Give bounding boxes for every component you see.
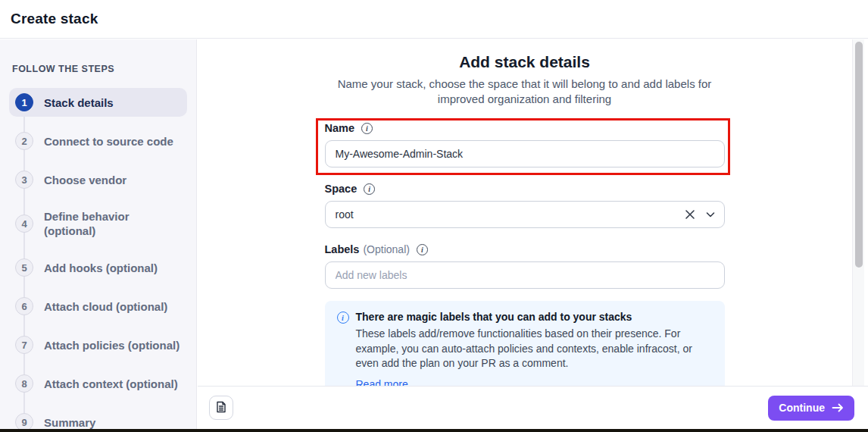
page-title: Create stack — [11, 11, 98, 27]
step-number-badge: 7 — [15, 336, 33, 354]
step-number-badge: 5 — [15, 258, 33, 277]
stack-details-panel: Add stack details Name your stack, choos… — [198, 39, 868, 386]
sidebar-step-attach-context[interactable]: 8 Attach context (optional) — [9, 369, 187, 398]
info-icon[interactable]: i — [417, 244, 428, 255]
sidebar-step-attach-cloud[interactable]: 6 Attach cloud (optional) — [9, 292, 187, 321]
step-label: Summary — [44, 415, 95, 430]
scrollbar-track[interactable] — [852, 39, 864, 386]
step-number-badge: 1 — [15, 93, 33, 111]
name-label: Name — [325, 122, 355, 134]
sidebar-step-attach-policies[interactable]: 7 Attach policies (optional) — [9, 330, 187, 359]
step-number-badge: 3 — [15, 171, 33, 189]
clear-x-icon[interactable] — [685, 209, 695, 220]
step-label: Attach context (optional) — [44, 377, 178, 391]
step-number-badge: 4 — [15, 214, 33, 233]
labels-field-group: Labels (Optional) i — [325, 243, 725, 289]
info-icon[interactable]: i — [361, 123, 373, 134]
section-subtitle: Name your stack, choose the space that i… — [325, 77, 725, 107]
arrow-right-icon — [832, 402, 844, 413]
step-label: Stack details — [44, 95, 114, 110]
step-label: Choose vendor — [44, 173, 126, 187]
space-field-group: Space i — [325, 183, 725, 228]
space-label: Space — [325, 183, 358, 195]
info-circle-icon: i — [337, 311, 349, 324]
sidebar-step-choose-vendor[interactable]: 3 Choose vendor — [9, 165, 187, 194]
continue-button[interactable]: Continue — [768, 396, 854, 421]
step-number-badge: 6 — [15, 297, 33, 315]
step-label: Define behavior (optional) — [44, 209, 181, 238]
name-input[interactable] — [325, 140, 725, 167]
step-label: Add hooks (optional) — [44, 261, 158, 275]
footer-bar: Continue — [198, 386, 868, 429]
step-label: Attach policies (optional) — [44, 338, 180, 352]
scrollbar-thumb[interactable] — [855, 42, 863, 268]
screenshot-edge-strip — [0, 429, 868, 432]
step-number-badge: 8 — [15, 374, 33, 393]
labels-input[interactable] — [325, 261, 725, 289]
name-field-group: Name i — [325, 122, 725, 167]
modal-header: Create stack — [0, 0, 868, 39]
section-title: Add stack details — [325, 53, 725, 71]
step-number-badge: 2 — [15, 132, 33, 150]
info-box-title: There are magic labels that you can add … — [356, 311, 713, 323]
continue-button-label: Continue — [779, 402, 825, 414]
space-select[interactable] — [325, 201, 725, 228]
documentation-button[interactable] — [209, 396, 233, 420]
labels-optional-tag: (Optional) — [363, 243, 409, 255]
labels-label: Labels — [325, 243, 360, 255]
sidebar-step-stack-details[interactable]: 1 Stack details — [9, 88, 187, 117]
chevron-down-icon[interactable] — [705, 209, 716, 220]
steps-sidebar: FOLLOW THE STEPS 1 Stack details 2 Conne… — [0, 39, 197, 432]
step-label: Connect to source code — [44, 134, 173, 149]
step-label: Attach cloud (optional) — [44, 299, 167, 314]
info-box-body: These labels add/remove functionalities … — [356, 327, 713, 371]
steps-list: 1 Stack details 2 Connect to source code… — [9, 88, 187, 432]
sidebar-heading: FOLLOW THE STEPS — [12, 64, 187, 74]
sidebar-step-add-hooks[interactable]: 5 Add hooks (optional) — [9, 253, 187, 282]
sidebar-step-connect-source[interactable]: 2 Connect to source code — [9, 127, 187, 155]
sidebar-step-define-behavior[interactable]: 4 Define behavior (optional) — [9, 204, 187, 243]
info-icon[interactable]: i — [364, 183, 375, 195]
file-text-icon — [215, 401, 227, 415]
